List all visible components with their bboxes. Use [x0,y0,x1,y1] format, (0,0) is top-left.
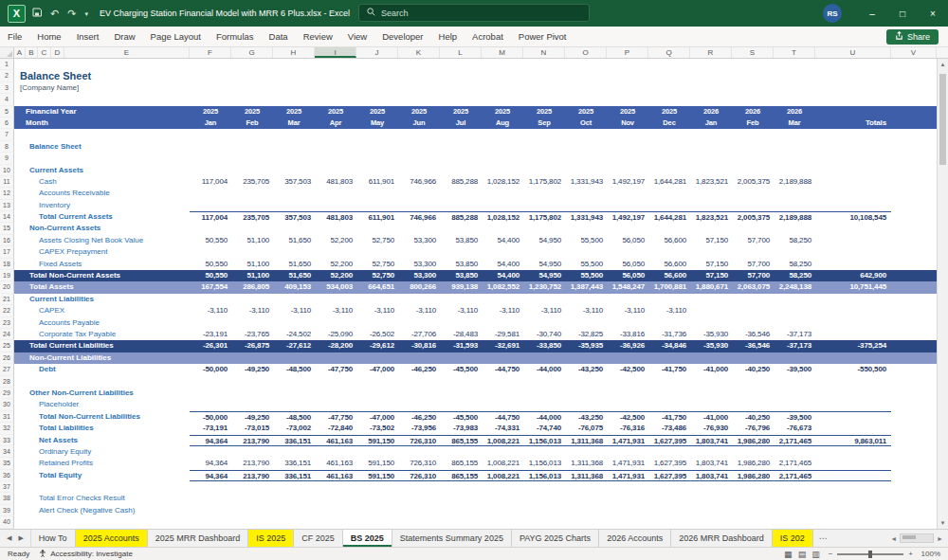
cell-M8[interactable] [482,141,523,153]
cell-L22[interactable]: -3,110 [440,305,482,316]
cell-I7[interactable] [315,129,356,140]
row-label-38[interactable]: Total Error Checks Result [14,493,190,504]
cell-J27[interactable]: -47,000 [356,364,398,375]
cell-I14[interactable]: 481,803 [315,211,356,223]
cell-J11[interactable]: 611,901 [356,176,398,188]
cell-M7[interactable] [482,129,523,140]
cell-K11[interactable]: 746,966 [398,176,440,188]
zoom-slider-thumb[interactable] [868,551,872,558]
more-sheets-icon[interactable]: ⋯ [813,530,833,547]
cell-V40[interactable] [891,516,937,528]
cell-M36[interactable]: 1,008,221 [482,470,523,481]
cell-J4[interactable] [356,94,398,105]
cell-N29[interactable] [523,388,565,399]
cell-V39[interactable] [891,505,937,516]
zoom-slider[interactable] [837,553,903,555]
cell-P23[interactable] [607,317,648,329]
cell-T33[interactable]: 2,171,465 [774,435,815,446]
cell-F37[interactable] [190,481,231,493]
cell-H25[interactable]: -27,612 [273,340,315,352]
cell-T20[interactable]: 2,248,138 [774,281,815,293]
cell-F5[interactable]: 2025 [190,106,231,117]
cell-J38[interactable] [356,493,398,504]
cell-U1[interactable] [815,59,891,70]
cell-K16[interactable]: 53,300 [398,235,440,246]
row-header-38[interactable]: 38 [0,493,14,504]
cell-G18[interactable]: 51,100 [231,259,273,270]
cell-R19[interactable]: 57,150 [690,270,732,281]
row-header-32[interactable]: 32 [0,423,14,434]
cell-O8[interactable] [565,141,607,153]
cell-V35[interactable] [891,458,937,469]
row-header-34[interactable]: 34 [0,446,14,458]
row-header-11[interactable]: 11 [0,176,14,188]
cell-S8[interactable] [732,141,774,153]
cell-S32[interactable]: -76,796 [732,423,774,434]
row-header-9[interactable]: 9 [0,153,14,164]
cell-Q11[interactable]: 1,644,281 [648,176,690,188]
cell-K28[interactable] [398,376,440,388]
cell-R31[interactable]: -41,000 [690,411,732,423]
cell-R40[interactable] [690,516,732,528]
cell-K7[interactable] [398,129,440,140]
row-header-20[interactable]: 20 [0,281,14,293]
cell-F6[interactable]: Jan [190,117,231,129]
cell-P14[interactable]: 1,492,197 [607,211,648,223]
cell-O9[interactable] [565,153,607,164]
cell-V6[interactable] [891,117,937,129]
row-label-4[interactable] [14,94,190,105]
scroll-down-icon[interactable]: ▼ [938,517,948,529]
cell-S15[interactable] [732,223,774,234]
cell-S40[interactable] [732,516,774,528]
cell-H7[interactable] [273,129,315,140]
cell-N37[interactable] [523,481,565,493]
row-header-35[interactable]: 35 [0,458,14,469]
cell-N39[interactable] [523,505,565,516]
cell-M3[interactable] [482,82,523,94]
row-header-2[interactable]: 2 [0,70,14,81]
row-header-22[interactable]: 22 [0,305,14,316]
cell-L3[interactable] [440,82,482,94]
cell-F24[interactable]: -23,191 [190,329,231,340]
ribbon-tab-home[interactable]: Home [29,27,68,47]
cell-S5[interactable]: 2026 [732,106,774,117]
cell-P34[interactable] [607,446,648,458]
cell-S22[interactable] [732,305,774,316]
cell-U7[interactable] [815,129,891,140]
cell-N9[interactable] [523,153,565,164]
row-label-19[interactable]: Total Non-Current Assets [14,270,190,281]
cell-L21[interactable] [440,294,482,305]
cell-G11[interactable]: 235,705 [231,176,273,188]
horizontal-scrollbar-thumb[interactable] [902,535,916,539]
share-button[interactable]: Share [886,29,939,45]
column-header-U[interactable]: U [815,47,891,58]
cell-H13[interactable] [273,200,315,211]
cell-S3[interactable] [732,82,774,94]
cell-M35[interactable]: 1,008,221 [482,458,523,469]
cell-P36[interactable]: 1,471,931 [607,470,648,481]
row-header-23[interactable]: 23 [0,317,14,329]
cell-Q39[interactable] [648,505,690,516]
cell-K37[interactable] [398,481,440,493]
qat-dropdown-icon[interactable]: ▾ [84,10,88,17]
cell-T22[interactable] [774,305,815,316]
cell-P30[interactable] [607,399,648,410]
cell-N17[interactable] [523,246,565,258]
cell-R5[interactable]: 2026 [690,106,732,117]
cell-V21[interactable] [891,294,937,305]
cell-V33[interactable] [891,435,937,446]
cell-L17[interactable] [440,246,482,258]
sheet-tab-2026-accounts[interactable]: 2026 Accounts [599,530,671,547]
cell-G3[interactable] [231,82,273,94]
cell-R32[interactable]: -76,930 [690,423,732,434]
cell-G25[interactable]: -26,875 [231,340,273,352]
cell-G23[interactable] [231,317,273,329]
sheet-prev-icon[interactable]: ◀ [7,534,11,542]
cell-K15[interactable] [398,223,440,234]
cell-G32[interactable]: -73,015 [231,423,273,434]
cell-L10[interactable] [440,165,482,176]
cell-Q24[interactable]: -31,736 [648,329,690,340]
cell-H37[interactable] [273,481,315,493]
cell-M37[interactable] [482,481,523,493]
cell-P4[interactable] [607,94,648,105]
